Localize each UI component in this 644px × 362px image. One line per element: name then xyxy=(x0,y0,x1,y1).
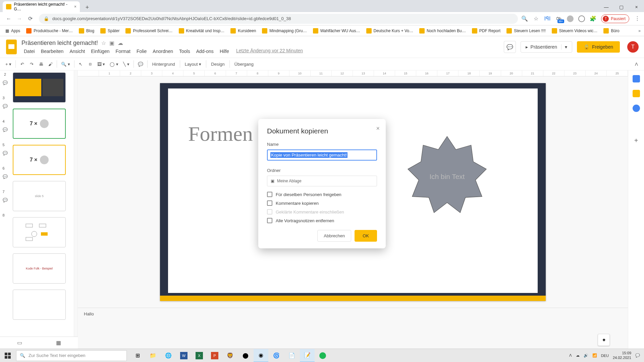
checkbox-label: Für dieselben Personen freigeben xyxy=(276,192,341,197)
checkbox-icon xyxy=(267,192,272,197)
name-label: Name xyxy=(267,142,377,147)
folder-icon: ▣ xyxy=(271,179,274,183)
folder-picker[interactable]: ▣ Meine Ablage xyxy=(267,176,377,186)
remove-speaker-notes-checkbox[interactable]: Alle Vortragsnotizen entfernen xyxy=(267,218,377,223)
folder-value: Meine Ablage xyxy=(277,179,302,183)
document-name-input[interactable]: Kopie von Präsentieren leicht gemacht! xyxy=(267,149,377,161)
include-resolved-checkbox: Geklärte Kommentare einschließen xyxy=(267,209,377,215)
share-same-people-checkbox[interactable]: Für dieselben Personen freigeben xyxy=(267,192,377,197)
cancel-button[interactable]: Abbrechen xyxy=(317,230,351,242)
checkbox-label: Kommentare kopieren xyxy=(276,201,319,206)
checkbox-icon xyxy=(267,200,272,206)
ok-button[interactable]: OK xyxy=(355,230,377,242)
copy-comments-checkbox[interactable]: Kommentare kopieren xyxy=(267,200,377,206)
checkbox-label: Geklärte Kommentare einschließen xyxy=(276,209,344,215)
checkbox-label: Alle Vortragsnotizen entfernen xyxy=(276,218,334,223)
dialog-title: Dokument kopieren xyxy=(267,127,377,135)
modal-scrim: Dokument kopieren × Name Kopie von Präse… xyxy=(0,0,644,362)
checkbox-icon xyxy=(267,218,272,223)
name-input-value: Kopie von Präsentieren leicht gemacht! xyxy=(270,152,347,158)
copy-document-dialog: Dokument kopieren × Name Kopie von Präse… xyxy=(258,119,386,248)
dialog-close-button[interactable]: × xyxy=(376,125,380,132)
folder-label: Ordner xyxy=(267,168,377,173)
checkbox-icon xyxy=(267,209,272,215)
